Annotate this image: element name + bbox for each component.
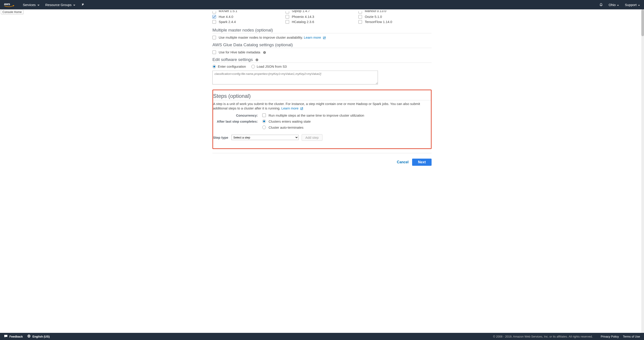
radio-enter-label: Enter configuration: [218, 64, 246, 68]
concurrency-label: Concurrency:: [213, 113, 262, 117]
sw-label: Oozie 5.1.0: [365, 15, 382, 18]
sw-label: Sqoop 1.4.7: [292, 10, 310, 13]
multi-master-checkbox[interactable]: [212, 36, 216, 39]
sw-item-hue[interactable]: Hue 4.4.0: [212, 15, 286, 18]
section-glue-title: AWS Glue Data Catalog settings (optional…: [212, 42, 432, 48]
sw-item-mxnet[interactable]: MXNet 1.5.1: [212, 10, 286, 13]
edit-sw-radio-row: Enter configuration Load JSON from S3: [212, 63, 432, 71]
section-multi-master-title: Multiple master nodes (optional): [212, 28, 432, 33]
sw-item-spark[interactable]: Spark 2.4.4: [212, 20, 286, 24]
nav-resource-groups[interactable]: Resource Groups: [46, 3, 76, 7]
info-icon[interactable]: i: [255, 57, 258, 62]
nav-services[interactable]: Services: [23, 3, 40, 7]
learn-more-label: Learn more: [304, 35, 321, 39]
sw-item-mahout[interactable]: Mahout 0.13.0: [358, 10, 432, 13]
nav-support[interactable]: Support: [625, 3, 640, 7]
after-last-opt1: Clusters enters waiting state: [268, 119, 310, 123]
sw-label: MXNet 1.5.1: [219, 10, 237, 13]
sw-checkbox[interactable]: [286, 11, 289, 13]
svg-text:i: i: [264, 51, 265, 54]
after-last-opt2: Cluster auto-terminates: [268, 126, 304, 129]
glue-row: Use for Hive table metadata i: [212, 48, 432, 56]
scrollbar-rail[interactable]: [641, 9, 644, 333]
feedback-label: Feedback: [10, 335, 23, 338]
steps-section-highlight: Steps (optional) A step is a unit of wor…: [212, 90, 432, 149]
action-row: Cancel Next: [212, 159, 432, 166]
add-step-button[interactable]: Add step: [302, 134, 322, 141]
sw-label: Hue 4.4.0: [219, 15, 233, 18]
sw-item-tensorflow[interactable]: TensorFlow 1.14.0: [358, 20, 432, 24]
after-last-row-1: After last step completes: Clusters ente…: [213, 119, 431, 123]
pin-icon[interactable]: [81, 3, 84, 7]
language-selector[interactable]: English (US): [27, 335, 50, 339]
caret-down-icon: [73, 3, 75, 7]
footer: Feedback English (US) © 2008 - 2019, Ama…: [0, 333, 644, 340]
sw-item-sqoop[interactable]: Sqoop 1.4.7: [286, 10, 359, 13]
step-type-label: Step type: [213, 136, 228, 139]
step-type-select[interactable]: Select a step: [232, 135, 298, 140]
radio-load-label: Load JSON from S3: [257, 64, 287, 68]
next-button[interactable]: Next: [412, 159, 432, 166]
steps-desc-text: A step is a unit of work you submit to t…: [213, 102, 420, 110]
speech-bubble-icon: [4, 335, 8, 339]
config-textarea[interactable]: [212, 71, 378, 84]
radio-enter-config[interactable]: Enter configuration: [212, 64, 246, 68]
section-edit-sw-title: Edit software settings i: [212, 57, 432, 63]
after-last-label: After last step completes:: [213, 119, 262, 123]
multi-master-row: Use multiple master nodes to improve clu…: [212, 33, 432, 41]
nav-services-label: Services: [23, 3, 36, 7]
steps-title: Steps (optional): [213, 93, 431, 100]
radio-load-json[interactable]: Load JSON from S3: [251, 64, 287, 68]
concurrency-text: Run multiple steps at the same time to i…: [268, 113, 364, 117]
sw-checkbox[interactable]: [212, 20, 216, 24]
sw-checkbox[interactable]: [358, 11, 362, 13]
sw-item-oozie[interactable]: Oozie 5.1.0: [358, 15, 432, 18]
sw-item-hcatalog[interactable]: HCatalog 2.3.6: [286, 20, 359, 24]
after-last-radio-waiting[interactable]: [262, 119, 266, 123]
radio-input[interactable]: [212, 65, 216, 68]
svg-text:aws: aws: [4, 2, 10, 6]
concurrency-row: Concurrency: Run multiple steps at the s…: [213, 113, 431, 117]
cancel-button[interactable]: Cancel: [397, 160, 408, 164]
nav-resource-groups-label: Resource Groups: [46, 3, 72, 7]
steps-description: A step is a unit of work you submit to t…: [213, 102, 431, 111]
multi-master-learn-more[interactable]: Learn more: [304, 35, 326, 39]
sw-checkbox[interactable]: [358, 20, 362, 24]
nav-region-label: Ohio: [609, 3, 616, 7]
caret-down-icon: [638, 3, 640, 7]
radio-input[interactable]: [251, 65, 255, 68]
caret-down-icon: [37, 3, 40, 7]
glue-checkbox[interactable]: [212, 50, 216, 54]
page-wrap: MXNet 1.5.1 Sqoop 1.4.7 Mahout 0.13.0 Hu…: [0, 9, 644, 333]
sw-item-phoenix[interactable]: Phoenix 4.14.3: [286, 15, 359, 18]
top-nav: aws Services Resource Groups Ohio: [0, 0, 644, 9]
scrollbar-thumb[interactable]: [641, 9, 644, 36]
after-last-radio-terminate[interactable]: [262, 126, 266, 129]
learn-more-label: Learn more: [281, 106, 298, 110]
sw-checkbox[interactable]: [212, 11, 216, 13]
sw-label: Mahout 0.13.0: [365, 10, 386, 13]
bell-icon[interactable]: [599, 3, 603, 7]
sw-checkbox[interactable]: [212, 15, 216, 18]
nav-support-label: Support: [625, 3, 636, 7]
glue-text: Use for Hive table metadata: [219, 50, 260, 54]
language-label: English (US): [32, 335, 50, 338]
after-last-row-2: Cluster auto-terminates: [213, 126, 431, 129]
step-type-row: Step type Select a step Add step: [213, 134, 431, 141]
privacy-link[interactable]: Privacy Policy: [601, 335, 619, 338]
sw-label: Phoenix 4.14.3: [292, 15, 314, 18]
feedback-link[interactable]: Feedback: [4, 335, 23, 339]
steps-learn-more[interactable]: Learn more: [281, 106, 303, 110]
external-link-icon: [323, 35, 326, 39]
multi-master-text: Use multiple master nodes to improve clu…: [219, 35, 303, 39]
sw-label: Spark 2.4.4: [219, 20, 236, 24]
sw-checkbox[interactable]: [286, 20, 289, 24]
aws-logo[interactable]: aws: [4, 2, 16, 7]
copyright-text: © 2008 - 2019, Amazon Web Services, Inc.…: [493, 335, 593, 338]
concurrency-checkbox[interactable]: [262, 113, 266, 117]
terms-link[interactable]: Terms of Use: [623, 335, 640, 338]
info-icon[interactable]: i: [263, 50, 266, 54]
sw-checkbox[interactable]: [358, 15, 362, 18]
nav-region[interactable]: Ohio: [609, 3, 619, 7]
sw-checkbox[interactable]: [286, 15, 289, 18]
